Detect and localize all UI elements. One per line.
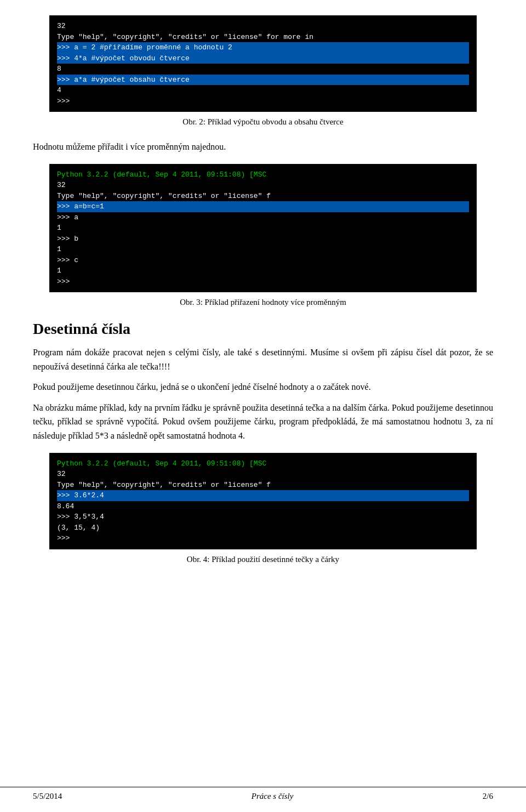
section-heading: Desetinná čísla [33, 320, 493, 338]
footer-page: 2/6 [483, 792, 493, 801]
terminal1-line3: >>> a = 2 #přiřadíme proměnné a hodnotu … [57, 42, 469, 53]
terminal2-line7: >>> b [57, 234, 469, 245]
terminal3-line3: Type "help", "copyright", "credits" or "… [57, 480, 469, 491]
terminal1-line4: >>> 4*a #výpočet obvodu čtverce [57, 53, 469, 64]
terminal2-line10: 1 [57, 265, 469, 276]
terminal2-line2: 32 [57, 180, 469, 191]
terminal3-line8: >>> [57, 533, 469, 544]
terminal1: 32 Type "help", "copyright", "credits" o… [49, 15, 477, 112]
terminal2-line8: 1 [57, 244, 469, 255]
terminal1-line1: 32 [57, 21, 469, 32]
terminal2-wrapper: Python 3.2.2 (default, Sep 4 2011, 09:51… [33, 164, 493, 293]
terminal3: Python 3.2.2 (default, Sep 4 2011, 09:51… [49, 453, 477, 549]
terminal2: Python 3.2.2 (default, Sep 4 2011, 09:51… [49, 164, 477, 293]
terminal2-line5: >>> a [57, 212, 469, 223]
terminal1-line6: >>> a*a #výpočet obsahu čtverce [57, 75, 469, 86]
terminal1-line8: >>> [57, 96, 469, 107]
terminal2-line11: >>> [57, 276, 469, 287]
terminal2-line6: 1 [57, 223, 469, 234]
intro-paragraph: Hodnotu můžeme přiřadit i více proměnným… [33, 140, 493, 154]
terminal3-line2: 32 [57, 469, 469, 480]
paragraph2: Pokud použijeme desetinnou čárku, jedná … [33, 380, 493, 394]
terminal1-wrapper: 32 Type "help", "copyright", "credits" o… [33, 15, 493, 112]
terminal3-line6: >>> 3,5*3,4 [57, 512, 469, 523]
terminal3-line4: >>> 3.6*2.4 [57, 490, 469, 501]
terminal1-line7: 4 [57, 85, 469, 96]
terminal1-line5: 8 [57, 64, 469, 75]
page-content: 32 Type "help", "copyright", "credits" o… [33, 0, 493, 564]
footer: 5/5/2014 Práce s čísly 2/6 [0, 787, 526, 801]
caption2: Obr. 3: Příklad přiřazení hodnoty více p… [33, 298, 493, 307]
terminal3-line1: Python 3.2.2 (default, Sep 4 2011, 09:51… [57, 458, 469, 469]
terminal3-line7: (3, 15, 4) [57, 523, 469, 533]
paragraph1: Program nám dokáže pracovat nejen s celý… [33, 345, 493, 373]
terminal3-wrapper: Python 3.2.2 (default, Sep 4 2011, 09:51… [33, 453, 493, 549]
terminal2-line1: Python 3.2.2 (default, Sep 4 2011, 09:51… [57, 169, 469, 180]
terminal2-line9: >>> c [57, 255, 469, 266]
caption3: Obr. 4: Příklad použití desetinné tečky … [33, 555, 493, 564]
terminal3-line5: 8.64 [57, 501, 469, 512]
caption1: Obr. 2: Příklad výpočtu obvodu a obsahu … [33, 117, 493, 127]
terminal2-line3: Type "help", "copyright", "credits" or "… [57, 191, 469, 202]
paragraph3: Na obrázku máme příklad, kdy na prvním ř… [33, 401, 493, 443]
terminal2-line4: >>> a=b=c=1 [57, 201, 469, 212]
footer-date: 5/5/2014 [33, 792, 62, 801]
footer-title: Práce s čísly [251, 792, 294, 801]
terminal1-line2: Type "help", "copyright", "credits" or "… [57, 32, 469, 43]
